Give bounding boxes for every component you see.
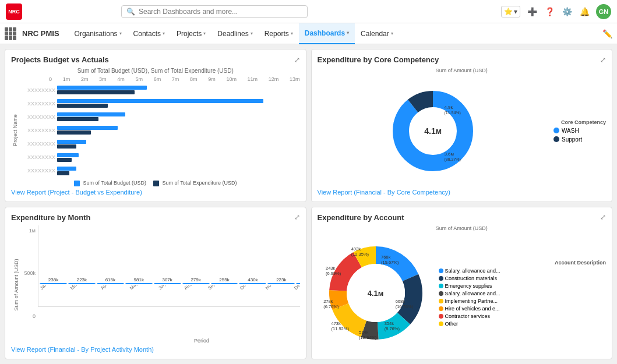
nav-item-calendar[interactable]: Calendar ▾	[355, 23, 399, 44]
budget-x-axis: 01m 2m3m 4m5m 6m7m 8m9m 10m11m 12m13m	[11, 76, 300, 82]
legend-expenditure-label: Sum of Total Expenditure (USD)	[163, 180, 237, 186]
chevron-down-icon: ▾	[163, 31, 165, 36]
panel-cc-title: Expenditure by Core Competency	[318, 55, 439, 64]
vbar-dec2017: 213k December 2017	[296, 277, 299, 306]
legend-wash-label: WASH	[562, 128, 579, 134]
legend-construction-color	[439, 276, 443, 281]
account-donut-section: 4.1м 766k(19.67%) 492k(12.35%) 243k(6.99…	[318, 234, 607, 354]
nav-label-projects: Projects	[177, 30, 202, 38]
search-bar[interactable]: 🔍	[121, 5, 308, 18]
legend-hire-label: Hire of vehicles and e...	[445, 306, 500, 312]
chevron-down-icon: ▾	[347, 30, 349, 36]
chevron-down-icon: ▾	[119, 31, 122, 36]
table-row: XXXXXXXX	[57, 112, 300, 122]
legend-emergency-label: Emergency supplies	[445, 283, 492, 289]
table-row: XXXXXXXX	[57, 85, 300, 96]
nav-item-organisations[interactable]: Organisations ▾	[69, 23, 128, 44]
legend-implementing-color	[439, 299, 443, 303]
nav-label-deadlines: Deadlines	[217, 30, 248, 38]
chevron-down-icon: ▾	[291, 31, 293, 36]
nav-item-dashboards[interactable]: Dashboards ▾	[299, 23, 355, 44]
nav-item-reports[interactable]: Reports ▾	[259, 23, 299, 44]
legend-salary2-color	[439, 291, 443, 296]
settings-icon[interactable]: ⚙️	[561, 6, 573, 17]
account-donut-container: 4.1м 766k(19.67%) 492k(12.35%) 243k(6.99…	[318, 238, 434, 348]
acct-label-5: 473k(11.92%)	[332, 321, 349, 331]
panel-budget-header: Projects Budget vs Actuals ⤢	[11, 55, 300, 64]
vbar-mar2017: 223k March 2017	[68, 277, 96, 306]
legend-other-label: Other	[445, 321, 459, 327]
navbar: NRC PMIS Organisations ▾ Contacts ▾ Proj…	[0, 23, 617, 44]
legend-budget-label: Sum of Total Budget (USD)	[83, 180, 146, 186]
acct-label-7: 354k(8.76%)	[385, 321, 400, 331]
account-donut: 4.1м 766k(19.67%) 492k(12.35%) 243k(6.99…	[320, 238, 431, 348]
panel-account-header: Expenditure by Account ⤢	[318, 213, 607, 222]
panel-month-title: Expenditure by Month	[11, 213, 91, 222]
avatar[interactable]: GN	[596, 4, 611, 19]
list-item: Salary, allowance and...	[439, 268, 607, 274]
panel-expenditure-cc: Expenditure by Core Competency ⤢ Sum of …	[311, 49, 613, 202]
cc-center-value: 4.1м	[424, 126, 442, 136]
vbar-jul2017: 307k July 2017	[154, 277, 181, 306]
nav-label-reports: Reports	[265, 30, 289, 38]
vbar-may2017: 981k May 2017	[125, 277, 153, 306]
month-chart-inner: 1м 500k 0 238k January 2017	[22, 225, 300, 337]
view-report-cc[interactable]: View Report (Financial - By Core Compete…	[318, 186, 607, 196]
grid-menu-icon[interactable]	[5, 27, 17, 40]
legend-contractor-label: Contractor services	[445, 313, 491, 319]
account-legend: Salary, allowance and... Construction ma…	[439, 268, 607, 327]
expand-icon[interactable]: ⤢	[600, 56, 606, 64]
favorites-button[interactable]: ⭐▾	[501, 6, 520, 17]
edit-icon[interactable]: ✏️	[602, 29, 612, 38]
cc-label-support-pct: 3.6м(88.27%)	[444, 151, 460, 162]
chevron-down-icon: ▾	[203, 31, 206, 36]
legend-support-color	[553, 136, 559, 142]
expand-icon[interactable]: ⤢	[600, 213, 606, 221]
expand-icon[interactable]: ⤢	[294, 56, 300, 64]
acct-label-6: 514k(12.94%)	[359, 330, 376, 340]
legend-salary-label: Salary, allowance and...	[445, 268, 500, 274]
acct-label-8: 668k(16.76%)	[396, 299, 413, 309]
notifications-icon[interactable]: 🔔	[579, 6, 590, 17]
list-item: Contractor services	[439, 313, 607, 319]
account-legend-title: Account Description	[439, 260, 607, 266]
acct-label-1: 766k(19.67%)	[381, 255, 399, 265]
table-row: XXXXXXXX	[57, 165, 300, 176]
dashboard-grid: Projects Budget vs Actuals ⤢ Sum of Tota…	[0, 44, 617, 364]
account-subtitle: Sum of Amount (USD)	[318, 225, 607, 231]
legend-construction-label: Construction materials	[445, 275, 498, 281]
nav-item-projects[interactable]: Projects ▾	[171, 23, 211, 44]
vbar-sep2017: 255k September 2017	[211, 277, 238, 306]
expand-icon[interactable]: ⤢	[294, 213, 300, 221]
app-brand: NRC PMIS	[22, 29, 59, 38]
table-row: XXXXXXXX	[57, 98, 300, 109]
vbar-apr2017: 615k April 2017	[97, 277, 124, 306]
legend-salary-color	[439, 268, 443, 273]
list-item: Salary, allowance and...	[439, 291, 607, 296]
nav-item-contacts[interactable]: Contacts ▾	[128, 23, 171, 44]
cc-subtitle: Sum of Amount (USD)	[318, 68, 607, 73]
list-item: Support	[553, 136, 606, 143]
view-report-budget[interactable]: View Report (Project - Budget vs Expendi…	[11, 186, 300, 196]
budget-chart-subtitle: Sum of Total Budget (USD), Sum of Total …	[11, 68, 300, 74]
list-item: Construction materials	[439, 275, 607, 281]
vbar-nov2017: 223k November 2017	[267, 277, 295, 306]
help-icon[interactable]: ❓	[544, 6, 555, 17]
legend-salary2-label: Salary, allowance and...	[445, 291, 500, 296]
budget-chart-area: Sum of Total Budget (USD), Sum of Total …	[11, 68, 300, 186]
month-chart-container: Sum of Amount (USD) 1м 500k 0 238k	[11, 225, 300, 344]
list-item: Other	[439, 321, 607, 327]
table-row: XXXXXXXX	[57, 152, 300, 162]
search-input[interactable]	[139, 8, 302, 16]
panel-budget-title: Projects Budget vs Actuals	[11, 55, 109, 64]
list-item: WASH	[553, 128, 606, 134]
list-item: Hire of vehicles and e...	[439, 306, 607, 312]
panel-account-title: Expenditure by Account	[318, 213, 404, 222]
nav-item-deadlines[interactable]: Deadlines ▾	[211, 23, 258, 44]
cc-donut-section: 4.1м 4.9k(11.94%) 3.6м(88.27%) Core Comp…	[318, 76, 607, 186]
month-y-ticks: 1м 500k 0	[22, 225, 38, 337]
vbar-aug2017: 279k August 2017	[182, 277, 210, 306]
view-report-month[interactable]: View Report (Financial - By Project Acti…	[11, 344, 300, 353]
add-icon[interactable]: ➕	[526, 6, 538, 17]
panel-budget: Projects Budget vs Actuals ⤢ Sum of Tota…	[5, 49, 306, 202]
